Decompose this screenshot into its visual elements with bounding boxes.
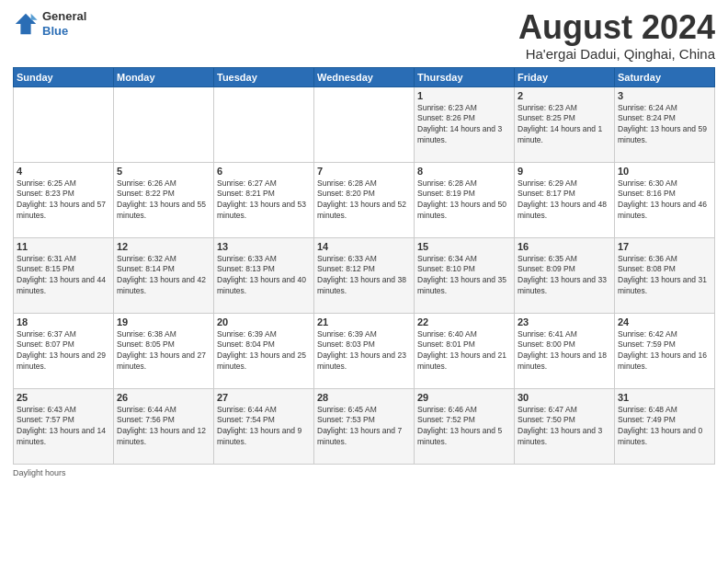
day-info: Sunrise: 6:41 AM Sunset: 8:00 PM Dayligh… [518, 329, 611, 373]
day-cell: 18 Sunrise: 6:37 AM Sunset: 8:07 PM Dayl… [14, 313, 114, 388]
day-number: 11 [17, 241, 110, 252]
day-number: 19 [117, 316, 210, 327]
logo: General Blue [13, 9, 86, 38]
day-cell: 23 Sunrise: 6:41 AM Sunset: 8:00 PM Dayl… [515, 313, 615, 388]
day-cell: 19 Sunrise: 6:38 AM Sunset: 8:05 PM Dayl… [114, 313, 214, 388]
week-row-4: 18 Sunrise: 6:37 AM Sunset: 8:07 PM Dayl… [14, 313, 715, 388]
day-number: 27 [217, 392, 311, 403]
day-info: Sunrise: 6:44 AM Sunset: 7:54 PM Dayligh… [217, 405, 311, 449]
day-cell: 21 Sunrise: 6:39 AM Sunset: 8:03 PM Dayl… [314, 313, 415, 388]
day-cell: 11 Sunrise: 6:31 AM Sunset: 8:15 PM Dayl… [14, 237, 114, 313]
day-cell: 4 Sunrise: 6:25 AM Sunset: 8:23 PM Dayli… [14, 162, 114, 237]
header-monday: Monday [114, 67, 214, 86]
day-info: Sunrise: 6:42 AM Sunset: 7:59 PM Dayligh… [618, 329, 711, 373]
day-cell: 25 Sunrise: 6:43 AM Sunset: 7:57 PM Dayl… [14, 388, 114, 464]
day-number: 21 [317, 316, 411, 327]
day-number: 12 [117, 241, 210, 252]
day-number: 9 [518, 166, 611, 177]
day-cell: 14 Sunrise: 6:33 AM Sunset: 8:12 PM Dayl… [314, 237, 415, 313]
day-cell [214, 86, 314, 162]
day-number: 28 [317, 392, 411, 403]
day-info: Sunrise: 6:31 AM Sunset: 8:15 PM Dayligh… [17, 254, 110, 298]
logo-icon [13, 11, 39, 37]
header-thursday: Thursday [415, 67, 515, 86]
title-area: August 2024 Ha'ergai Dadui, Qinghai, Chi… [518, 9, 715, 62]
logo-general: General [42, 9, 86, 24]
day-info: Sunrise: 6:45 AM Sunset: 7:53 PM Dayligh… [317, 405, 411, 449]
day-info: Sunrise: 6:47 AM Sunset: 7:50 PM Dayligh… [518, 405, 611, 449]
day-number: 18 [17, 316, 110, 327]
day-number: 1 [417, 90, 511, 101]
day-cell: 7 Sunrise: 6:28 AM Sunset: 8:20 PM Dayli… [314, 162, 415, 237]
day-info: Sunrise: 6:33 AM Sunset: 8:12 PM Dayligh… [317, 254, 411, 298]
day-info: Sunrise: 6:37 AM Sunset: 8:07 PM Dayligh… [17, 329, 110, 373]
header-saturday: Saturday [615, 67, 715, 86]
day-cell: 1 Sunrise: 6:23 AM Sunset: 8:26 PM Dayli… [415, 86, 515, 162]
day-cell: 17 Sunrise: 6:36 AM Sunset: 8:08 PM Dayl… [615, 237, 715, 313]
day-info: Sunrise: 6:28 AM Sunset: 8:20 PM Dayligh… [317, 178, 411, 223]
day-info: Sunrise: 6:38 AM Sunset: 8:05 PM Dayligh… [117, 329, 210, 373]
day-cell: 24 Sunrise: 6:42 AM Sunset: 7:59 PM Dayl… [615, 313, 715, 388]
calendar-title: August 2024 [518, 9, 715, 46]
header-wednesday: Wednesday [314, 67, 415, 86]
day-cell: 26 Sunrise: 6:44 AM Sunset: 7:56 PM Dayl… [114, 388, 214, 464]
day-number: 23 [518, 316, 611, 327]
day-number: 6 [217, 166, 311, 177]
day-number: 24 [618, 316, 711, 327]
day-cell: 16 Sunrise: 6:35 AM Sunset: 8:09 PM Dayl… [515, 237, 615, 313]
week-row-5: 25 Sunrise: 6:43 AM Sunset: 7:57 PM Dayl… [14, 388, 715, 464]
day-info: Sunrise: 6:32 AM Sunset: 8:14 PM Dayligh… [117, 254, 210, 298]
day-cell: 20 Sunrise: 6:39 AM Sunset: 8:04 PM Dayl… [214, 313, 314, 388]
day-info: Sunrise: 6:43 AM Sunset: 7:57 PM Dayligh… [17, 405, 110, 449]
day-info: Sunrise: 6:39 AM Sunset: 8:04 PM Dayligh… [217, 329, 311, 373]
day-cell: 29 Sunrise: 6:46 AM Sunset: 7:52 PM Dayl… [415, 388, 515, 464]
day-cell: 31 Sunrise: 6:48 AM Sunset: 7:49 PM Dayl… [615, 388, 715, 464]
calendar-subtitle: Ha'ergai Dadui, Qinghai, China [518, 46, 715, 62]
header-tuesday: Tuesday [214, 67, 314, 86]
week-row-3: 11 Sunrise: 6:31 AM Sunset: 8:15 PM Dayl… [14, 237, 715, 313]
day-cell: 28 Sunrise: 6:45 AM Sunset: 7:53 PM Dayl… [314, 388, 415, 464]
day-cell: 22 Sunrise: 6:40 AM Sunset: 8:01 PM Dayl… [415, 313, 515, 388]
day-cell: 27 Sunrise: 6:44 AM Sunset: 7:54 PM Dayl… [214, 388, 314, 464]
day-cell: 9 Sunrise: 6:29 AM Sunset: 8:17 PM Dayli… [515, 162, 615, 237]
day-info: Sunrise: 6:40 AM Sunset: 8:01 PM Dayligh… [417, 329, 511, 373]
day-cell: 13 Sunrise: 6:33 AM Sunset: 8:13 PM Dayl… [214, 237, 314, 313]
day-number: 2 [518, 90, 611, 101]
day-info: Sunrise: 6:25 AM Sunset: 8:23 PM Dayligh… [17, 178, 110, 223]
day-cell [14, 86, 114, 162]
day-cell: 6 Sunrise: 6:27 AM Sunset: 8:21 PM Dayli… [214, 162, 314, 237]
day-number: 7 [317, 166, 411, 177]
day-number: 29 [417, 392, 511, 403]
day-number: 10 [618, 166, 711, 177]
week-row-2: 4 Sunrise: 6:25 AM Sunset: 8:23 PM Dayli… [14, 162, 715, 237]
day-cell: 10 Sunrise: 6:30 AM Sunset: 8:16 PM Dayl… [615, 162, 715, 237]
header: General Blue August 2024 Ha'ergai Dadui,… [13, 9, 715, 62]
day-cell [114, 86, 214, 162]
day-number: 25 [17, 392, 110, 403]
day-info: Sunrise: 6:33 AM Sunset: 8:13 PM Dayligh… [217, 254, 311, 298]
day-number: 16 [518, 241, 611, 252]
day-info: Sunrise: 6:35 AM Sunset: 8:09 PM Dayligh… [518, 254, 611, 298]
day-number: 17 [618, 241, 711, 252]
day-number: 22 [417, 316, 511, 327]
day-info: Sunrise: 6:36 AM Sunset: 8:08 PM Dayligh… [618, 254, 711, 298]
day-info: Sunrise: 6:44 AM Sunset: 7:56 PM Dayligh… [117, 405, 210, 449]
day-info: Sunrise: 6:28 AM Sunset: 8:19 PM Dayligh… [417, 178, 511, 223]
day-number: 30 [518, 392, 611, 403]
calendar-header-row: SundayMondayTuesdayWednesdayThursdayFrid… [14, 67, 715, 86]
day-info: Sunrise: 6:48 AM Sunset: 7:49 PM Dayligh… [618, 405, 711, 449]
header-sunday: Sunday [14, 67, 114, 86]
day-cell: 3 Sunrise: 6:24 AM Sunset: 8:24 PM Dayli… [615, 86, 715, 162]
day-cell: 30 Sunrise: 6:47 AM Sunset: 7:50 PM Dayl… [515, 388, 615, 464]
logo-blue: Blue [42, 24, 86, 39]
day-number: 5 [117, 166, 210, 177]
day-info: Sunrise: 6:24 AM Sunset: 8:24 PM Dayligh… [618, 103, 711, 147]
day-cell [314, 86, 415, 162]
day-number: 26 [117, 392, 210, 403]
day-info: Sunrise: 6:23 AM Sunset: 8:25 PM Dayligh… [518, 103, 611, 147]
svg-marker-1 [31, 13, 38, 19]
day-info: Sunrise: 6:23 AM Sunset: 8:26 PM Dayligh… [417, 103, 511, 147]
calendar-table: SundayMondayTuesdayWednesdayThursdayFrid… [13, 67, 715, 465]
day-info: Sunrise: 6:26 AM Sunset: 8:22 PM Dayligh… [117, 178, 210, 223]
page: General Blue August 2024 Ha'ergai Dadui,… [0, 0, 728, 563]
